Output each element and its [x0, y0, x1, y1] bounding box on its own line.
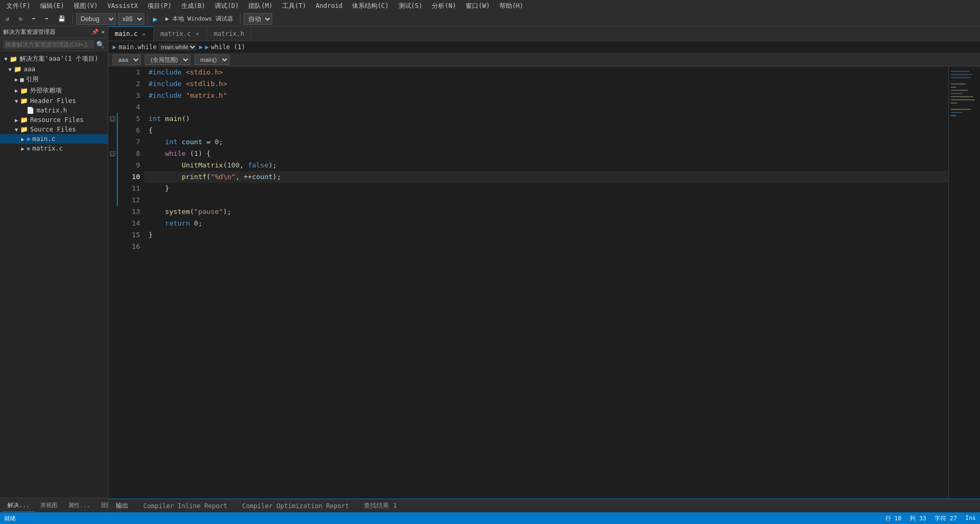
breadcrumb-dropdown1[interactable]: main.while [159, 43, 197, 51]
sidebar-tab-classview[interactable]: 类视图 [35, 499, 63, 511]
toolbar-undo[interactable]: ↺ [2, 14, 13, 24]
search-input[interactable] [3, 40, 94, 49]
toolbar-redo[interactable]: ↻ [15, 14, 26, 24]
breadcrumb-part2[interactable]: while (1) [211, 43, 245, 51]
sidebar-close-icon[interactable]: ✕ [101, 29, 105, 35]
code-line-15: } [144, 229, 948, 241]
file-scope-dropdown[interactable]: aaa [113, 54, 141, 65]
output-tab-find-results[interactable]: 查找结果 1 [356, 499, 404, 512]
tree-solution[interactable]: ▼ 📁 解决方案'aaa'(1 个项目) [0, 53, 108, 64]
kw-return: return [165, 218, 190, 229]
tree-matrix-c[interactable]: ▶ ✱ matrix.c [0, 144, 108, 153]
output-tab-output[interactable]: 输出 [108, 499, 136, 512]
tree-header-files[interactable]: ▼ 📁 Header Files [0, 96, 108, 106]
gutter-5: □ [108, 113, 117, 125]
tab-bar: main.c ✕ matrix.c ✕ matrix.h [108, 26, 980, 41]
gutter-15 [108, 229, 117, 241]
menu-debug[interactable]: 调试(D) [210, 1, 243, 12]
tab-main-c[interactable]: main.c ✕ [108, 26, 154, 41]
menu-tools[interactable]: 工具(T) [278, 1, 311, 12]
kw-main: main [165, 113, 181, 125]
platform-dropdown[interactable]: x86 x64 [118, 13, 144, 25]
gutter-6 [108, 125, 117, 136]
gutter-14 [108, 218, 117, 229]
res-icon: 📁 [20, 116, 28, 124]
scope-bar: aaa (全局范围) main() [108, 53, 980, 67]
code-line-1: #include <stdio.h> [144, 67, 948, 78]
sidebar-pin-icon[interactable]: 📌 [91, 29, 99, 35]
play-label[interactable]: ▶ 本地 Windows 调试器 [162, 13, 237, 24]
fold-btn-8[interactable]: □ [110, 151, 115, 156]
code-indent-7 [149, 136, 165, 148]
breadcrumb-part1[interactable]: main.while [118, 43, 156, 51]
gutter-16 [108, 241, 117, 252]
tree-external-deps[interactable]: ▶ 📁 外部依赖项 [0, 85, 108, 96]
menu-project[interactable]: 项目(P) [143, 1, 176, 12]
menu-test[interactable]: 测试(S) [394, 1, 427, 12]
menu-analyze[interactable]: 分析(N) [428, 1, 460, 12]
ext-icon: 📁 [20, 87, 28, 95]
play-button[interactable]: ▶ [151, 15, 160, 23]
menu-file[interactable]: 文件(F) [2, 1, 35, 12]
ref-arrow-icon: ▶ [15, 77, 18, 82]
code-eq-7: = [202, 136, 215, 148]
tab-matrix-h[interactable]: matrix.h [207, 27, 251, 41]
code-editor[interactable]: □ □ [108, 67, 980, 499]
toolbar-save[interactable]: 💾 [54, 14, 69, 24]
code-brace-open-6: { [149, 125, 153, 136]
tree-references[interactable]: ▶ ■ 引用 [0, 74, 108, 85]
minimap[interactable] [948, 67, 980, 499]
line-num-2: 2 [127, 78, 140, 90]
kw-int-7: int [165, 136, 177, 148]
menu-android[interactable]: Android [311, 1, 347, 11]
status-row: 行 10 [885, 514, 902, 522]
menu-edit[interactable]: 编辑(E) [36, 1, 69, 12]
sidebar-tab-properties[interactable]: 属性... [63, 499, 96, 511]
svg-rect-2 [951, 74, 972, 75]
tab-main-c-close[interactable]: ✕ [141, 31, 147, 38]
project-arrow-icon: ▼ [8, 67, 12, 72]
sidebar-tab-solution[interactable]: 解决... [2, 499, 35, 512]
menu-bar: 文件(F) 编辑(E) 视图(V) VAssistX 项目(P) 生成(B) 调… [0, 0, 980, 12]
tab-matrix-c[interactable]: matrix.c ✕ [154, 27, 207, 41]
fold-btn-5[interactable]: □ [110, 116, 115, 121]
global-scope-dropdown[interactable]: (全局范围) [145, 54, 190, 65]
config-dropdown[interactable]: Debug Release [76, 13, 116, 25]
menu-window[interactable]: 窗口(W) [461, 1, 494, 12]
tree-matrix-h[interactable]: ▶ 📄 matrix.h [0, 106, 108, 115]
toolbar-forward[interactable]: ➡ [41, 14, 52, 24]
toolbar-sep1 [72, 14, 73, 24]
code-line-4 [144, 101, 948, 113]
output-tab-compiler-opt[interactable]: Compiler Optimization Report [235, 500, 356, 512]
menu-team[interactable]: 团队(M) [244, 1, 277, 12]
mc-arrow-icon: ▶ [21, 136, 24, 142]
code-brace-close-15: } [149, 229, 153, 241]
project-label: aaa [24, 66, 35, 73]
tree-project-aaa[interactable]: ▼ 📁 aaa [0, 64, 108, 74]
line-num-1: 1 [127, 67, 140, 78]
menu-build[interactable]: 生成(B) [177, 1, 210, 12]
tab-matrix-c-close[interactable]: ✕ [194, 30, 200, 37]
menu-view[interactable]: 视图(V) [69, 1, 102, 12]
toolbar-back[interactable]: ⬅ [28, 14, 39, 24]
sidebar: 解决方案资源管理器 📌 ✕ 🔍 ▼ 📁 解决方案'aaa'(1 个项目) ▼ 📁… [0, 26, 108, 512]
menu-architecture[interactable]: 体系结构(C) [348, 1, 393, 12]
tab-main-c-label: main.c [115, 30, 137, 38]
svg-rect-6 [951, 90, 968, 91]
function-scope-dropdown[interactable]: main() [195, 54, 229, 65]
gutter-1 [108, 67, 117, 78]
search-icon[interactable]: 🔍 [96, 41, 105, 49]
output-tab-compiler-inline[interactable]: Compiler Inline Report [136, 500, 235, 512]
code-content[interactable]: #include <stdio.h> #include <stdlib.h> #… [144, 67, 948, 499]
menu-help[interactable]: 帮助(H) [495, 1, 528, 12]
tree-main-c[interactable]: ▶ ✱ main.c [0, 134, 108, 144]
kw-one-8: 1 [194, 148, 198, 160]
code-system-close: ); [223, 206, 232, 218]
kw-zero-7: 0 [215, 136, 219, 148]
menu-vassistx[interactable]: VAssistX [103, 1, 142, 11]
code-line-9: UnitMatrix ( 100 , false ); [144, 160, 948, 171]
tree-resource-files[interactable]: ▶ 📁 Resource Files [0, 115, 108, 125]
tree-source-files[interactable]: ▼ 📁 Source Files [0, 125, 108, 134]
auto-dropdown[interactable]: 自动 [244, 13, 272, 25]
line-numbers: 1 2 3 4 5 6 7 8 9 10 11 12 13 14 15 16 [119, 67, 144, 499]
